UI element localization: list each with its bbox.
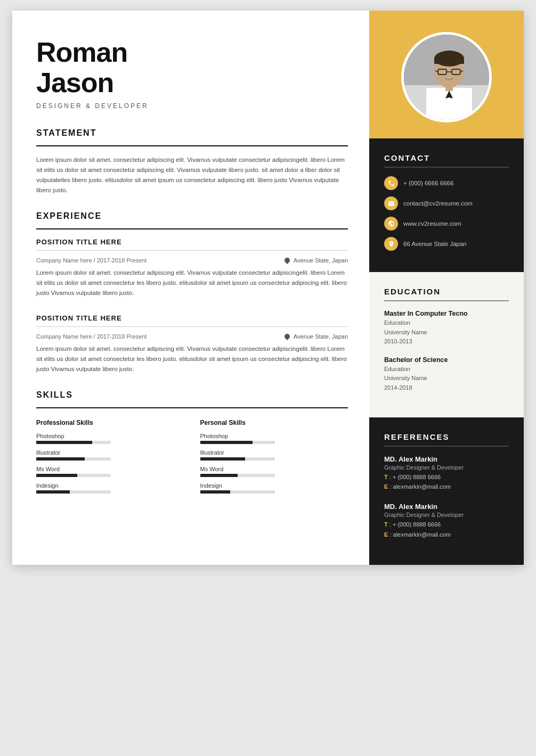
skills-divider (36, 407, 348, 408)
location-pin-icon-1 (283, 257, 291, 264)
reference-item-2: MD. Alex Markin Graphic Designer & Devel… (384, 503, 509, 539)
location-1: Avenue State, Japan (285, 257, 348, 264)
education-section-title: EDUCATION (384, 287, 509, 296)
profile-svg (404, 35, 492, 122)
skill-pro-bar-fill-3 (36, 474, 77, 477)
contact-phone: + (000) 6666 6666 (403, 180, 453, 186)
skills-title: SKILLS (36, 390, 348, 400)
skill-per-name-3: Ms Word (200, 466, 348, 472)
skill-pro-bar-bg-2 (36, 457, 111, 461)
experience-item-2: POSITION TITLE HERE Company Name here / … (36, 314, 348, 374)
contact-divider (384, 167, 509, 168)
statement-body: Lorem ipsum dolor sit amet. consectetur … (36, 155, 348, 195)
location-pin-icon-2 (283, 333, 291, 340)
skill-pro-4: Indesign (36, 482, 184, 494)
edu-years-1: 2010-2013 (384, 337, 509, 347)
skill-per-name-1: Photoshop (200, 433, 348, 439)
skill-per-bar-bg-1 (200, 441, 275, 444)
location-text-2: Avenue State, Japan (294, 333, 348, 340)
edu-university-1: University Name (384, 328, 509, 338)
contact-section-title: CONTACT (384, 153, 509, 162)
references-divider (384, 446, 509, 447)
edu-degree-1: Master In Computer Tecno (384, 310, 509, 317)
contact-address: 66 Avenue State Japan (403, 241, 467, 247)
edu-field-2: Education (384, 365, 509, 374)
personal-skills-title: Personal Skills (200, 419, 348, 426)
skills-columns: Professional Skills Photoshop Illustrato… (36, 419, 348, 499)
reference-item-1: MD. Alex Markin Graphic Designer & Devel… (384, 455, 509, 492)
skill-per-bar-bg-2 (200, 457, 275, 461)
skill-per-name-2: Illustrator (200, 449, 348, 456)
skill-pro-bar-fill-4 (36, 490, 70, 494)
statement-title: STATEMENT (36, 128, 348, 138)
full-name: Roman Jason (36, 37, 348, 98)
skill-pro-bar-fill-1 (36, 441, 92, 444)
skill-per-name-4: Indesign (200, 482, 348, 489)
skill-per-bar-fill-4 (200, 490, 230, 494)
skills-section: SKILLS Professional Skills Photoshop Ill… (36, 390, 348, 499)
edu-field-1: Education (384, 318, 509, 328)
right-column: CONTACT + (000) 6666 6666 contact@cv2res… (369, 11, 524, 565)
statement-divider (36, 145, 348, 146)
edu-university-2: University Name (384, 374, 509, 383)
references-section-title: REFERENCES (384, 432, 509, 441)
skill-per-3: Ms Word (200, 466, 348, 477)
globe-icon (384, 217, 398, 231)
pos1-divider (36, 250, 348, 251)
photo-section (369, 11, 524, 138)
skill-pro-1: Photoshop (36, 433, 184, 444)
education-item-2: Bachelor of Science Education University… (384, 356, 509, 393)
experience-divider (36, 228, 348, 229)
ref-name-2: MD. Alex Markin (384, 503, 509, 511)
references-section: REFERENCES MD. Alex Markin Graphic Desig… (369, 417, 524, 565)
contact-address-item: 66 Avenue State Japan (384, 237, 509, 251)
education-item-1: Master In Computer Tecno Education Unive… (384, 310, 509, 347)
location-2: Avenue State, Japan (285, 333, 348, 340)
ref-contact-2: T : + (000) 8888 6666 E : alexmarkin@mai… (384, 520, 509, 539)
ref-phone-label-1: T (384, 474, 388, 480)
location-icon (384, 237, 398, 251)
contact-website-item: www.cv2resume.com (384, 217, 509, 231)
contact-email-item: contact@cv2resume.com (384, 196, 509, 210)
exp-body-2: Lorem ipsum dolor sit amet. consectetur … (36, 344, 348, 374)
email-icon (384, 196, 398, 210)
edu-years-2: 2014-2018 (384, 383, 509, 393)
ref-contact-1: T : + (000) 8888 6666 E : alexmarkin@mai… (384, 472, 509, 492)
edu-degree-2: Bachelor of Science (384, 356, 509, 364)
education-divider (384, 300, 509, 301)
profile-photo (401, 32, 492, 122)
skill-per-bar-fill-2 (200, 457, 245, 461)
company-row-2: Company Name here / 2017-2018 Present Av… (36, 333, 348, 340)
skill-per-bar-fill-1 (200, 441, 253, 444)
skill-per-2: Illustrator (200, 449, 348, 461)
resume-container: Roman Jason DESIGNER & DEVELOPER STATEME… (12, 11, 524, 565)
education-section: EDUCATION Master In Computer Tecno Educa… (369, 272, 524, 417)
company-row-1: Company Name here / 2017-2018 Present Av… (36, 257, 348, 264)
position-title-1: POSITION TITLE HERE (36, 238, 348, 246)
pos2-divider (36, 326, 348, 327)
company-name-1: Company Name here / 2017-2018 Present (36, 257, 147, 264)
skill-pro-name-3: Ms Word (36, 466, 184, 472)
contact-section: CONTACT + (000) 6666 6666 contact@cv2res… (369, 138, 524, 272)
skill-pro-name-4: Indesign (36, 482, 184, 489)
svg-rect-7 (434, 59, 464, 64)
skill-pro-name-1: Photoshop (36, 433, 184, 439)
professional-skills-col: Professional Skills Photoshop Illustrato… (36, 419, 184, 499)
first-name: Roman (36, 37, 127, 68)
skill-pro-3: Ms Word (36, 466, 184, 477)
ref-phone-2: + (000) 8888 6666 (393, 521, 441, 528)
contact-email: contact@cv2resume.com (403, 200, 473, 207)
professional-skills-title: Professional Skills (36, 419, 184, 426)
skill-pro-bar-fill-2 (36, 457, 85, 461)
location-text-1: Avenue State, Japan (294, 257, 348, 264)
skill-per-bar-fill-3 (200, 474, 238, 477)
left-column: Roman Jason DESIGNER & DEVELOPER STATEME… (12, 11, 369, 565)
experience-item-1: POSITION TITLE HERE Company Name here / … (36, 238, 348, 298)
skill-per-1: Photoshop (200, 433, 348, 444)
contact-website: www.cv2resume.com (403, 220, 461, 227)
ref-name-1: MD. Alex Markin (384, 455, 509, 463)
ref-role-2: Graphic Designer & Developer (384, 512, 509, 518)
job-title: DESIGNER & DEVELOPER (36, 102, 348, 110)
skill-per-4: Indesign (200, 482, 348, 494)
last-name: Jason (36, 67, 113, 98)
